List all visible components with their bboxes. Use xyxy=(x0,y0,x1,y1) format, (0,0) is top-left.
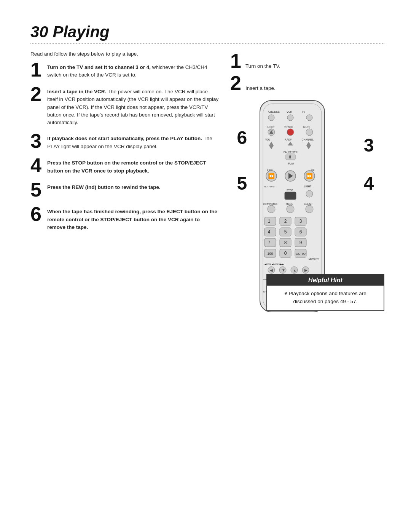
right-step-1-number: 1 xyxy=(230,51,242,71)
svg-text:▶: ▶ xyxy=(304,268,307,272)
step-1-text: Turn on the TV and set it to channel 3 o… xyxy=(47,62,219,79)
svg-rect-39 xyxy=(285,192,296,200)
step-4-number: 4 xyxy=(30,155,44,175)
left-intro: Read and follow the steps below to play … xyxy=(30,51,219,57)
svg-text:5: 5 xyxy=(284,229,287,235)
svg-text:⏩: ⏩ xyxy=(306,173,313,179)
step-5-block: 5 Press the REW (ind) button to rewind t… xyxy=(30,182,219,200)
svg-text:LIGHT: LIGHT xyxy=(304,185,311,188)
svg-text:VCR PLUS+: VCR PLUS+ xyxy=(264,185,276,188)
svg-text:MENU: MENU xyxy=(286,203,293,205)
page-title: 30 Playing xyxy=(30,23,384,41)
step-5-number: 5 xyxy=(30,180,44,200)
svg-text:7: 7 xyxy=(268,240,270,245)
svg-text:2: 2 xyxy=(284,219,287,224)
svg-point-45 xyxy=(287,205,294,213)
hint-body: ¥ Playback options and features are disc… xyxy=(267,286,384,310)
svg-text:▲: ▲ xyxy=(293,268,296,272)
svg-text:6: 6 xyxy=(299,229,302,235)
step-4-text: Press the STOP button on the remote cont… xyxy=(47,158,219,175)
svg-text:PAUSE/STILL: PAUSE/STILL xyxy=(284,151,299,153)
right-step-1: 1 Turn on the TV. xyxy=(230,51,384,71)
left-column: Read and follow the steps below to play … xyxy=(30,51,219,319)
right-step-2-number: 2 xyxy=(230,73,242,93)
hint-box: Helpful Hint ¥ Playback options and feat… xyxy=(266,274,384,311)
step-3-text: If playback does not start automatically… xyxy=(47,133,219,150)
svg-text:⏪: ⏪ xyxy=(268,173,275,179)
right-step-2: 2 Insert a tape. xyxy=(230,73,384,93)
step-6-text: When the tape has finished rewinding, pr… xyxy=(47,206,219,231)
svg-text:EXIT/STATUS: EXIT/STATUS xyxy=(263,203,277,205)
step-6-block: 6 When the tape has finished rewinding, … xyxy=(30,206,219,231)
svg-text:F.ADV: F.ADV xyxy=(285,138,292,141)
svg-text:PLAY: PLAY xyxy=(288,162,295,165)
page: 30 Playing Read and follow the steps bel… xyxy=(0,0,411,342)
step-2-number: 2 xyxy=(30,84,44,104)
remote-label-3: 3 xyxy=(364,135,374,156)
svg-text:100: 100 xyxy=(267,252,273,256)
svg-text:CLEAR: CLEAR xyxy=(304,203,312,205)
svg-text:VCR: VCR xyxy=(287,110,292,113)
svg-text:VOL: VOL xyxy=(265,138,270,141)
svg-text:8: 8 xyxy=(284,240,287,245)
svg-point-15 xyxy=(306,129,313,136)
svg-text:STOP: STOP xyxy=(287,189,293,192)
remote-label-4: 4 xyxy=(364,173,374,194)
step-6-number: 6 xyxy=(30,204,44,224)
svg-text:◀: ◀ xyxy=(270,268,273,272)
step-3-block: 3 If playback does not start automatical… xyxy=(30,133,219,151)
svg-text:0: 0 xyxy=(284,251,287,256)
svg-text:CHANNEL: CHANNEL xyxy=(302,138,314,141)
remote-label-6: 6 xyxy=(237,127,247,148)
svg-text:POWER: POWER xyxy=(284,126,293,128)
svg-point-7 xyxy=(306,115,312,121)
step-2-text: Insert a tape in the VCR. The power will… xyxy=(47,86,219,126)
svg-text:◀DTR ●INDEX▶▶: ◀DTR ●INDEX▶▶ xyxy=(264,263,284,265)
step-1-number: 1 xyxy=(30,60,44,80)
svg-text:CBL/DSS: CBL/DSS xyxy=(268,110,280,113)
svg-text:9: 9 xyxy=(299,240,302,245)
right-step-1-text: Turn on the TV. xyxy=(245,61,280,70)
svg-point-44 xyxy=(268,205,275,213)
svg-point-40 xyxy=(306,190,313,197)
dotted-rule xyxy=(30,43,384,44)
svg-text:▼: ▼ xyxy=(282,268,285,272)
svg-text:MEMORY: MEMORY xyxy=(309,258,319,260)
step-5-text: Press the REW (ind) button to rewind the… xyxy=(47,182,161,191)
svg-point-5 xyxy=(268,115,274,121)
step-4-block: 4 Press the STOP button on the remote co… xyxy=(30,158,219,175)
step-3-number: 3 xyxy=(30,131,44,151)
right-step-2-text: Insert a tape. xyxy=(245,83,276,92)
hint-title: Helpful Hint xyxy=(267,275,384,286)
svg-text:⏸: ⏸ xyxy=(288,155,292,159)
svg-text:EJECT: EJECT xyxy=(267,126,275,128)
remote-label-5: 5 xyxy=(237,173,247,194)
step-1-block: 1 Turn on the TV and set it to channel 3… xyxy=(30,62,219,80)
svg-text:GO-TO: GO-TO xyxy=(295,252,305,256)
svg-text:3: 3 xyxy=(299,219,302,224)
svg-point-14 xyxy=(287,129,294,136)
svg-text:TV: TV xyxy=(302,110,305,113)
svg-text:1: 1 xyxy=(268,219,270,224)
step-2-block: 2 Insert a tape in the VCR. The power wi… xyxy=(30,86,219,126)
svg-text:MUTE: MUTE xyxy=(303,126,311,128)
svg-point-6 xyxy=(287,115,293,121)
svg-text:4: 4 xyxy=(268,229,270,235)
svg-point-46 xyxy=(306,205,313,213)
